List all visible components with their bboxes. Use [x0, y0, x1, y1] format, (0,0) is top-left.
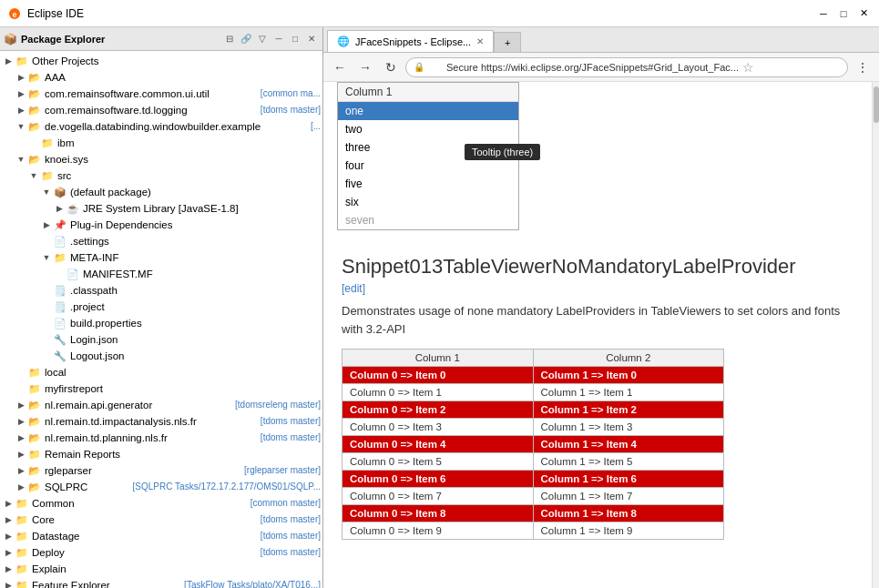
tree-icon: 📁	[15, 578, 29, 588]
tree-item[interactable]: ▶📂rgleparser [rgleparser master]	[0, 462, 322, 479]
back-button[interactable]: ←	[329, 56, 351, 78]
tree-item[interactable]: 🗒️.project	[0, 299, 322, 315]
dropdown-item-four[interactable]: four	[338, 157, 518, 175]
tree-arrow: ▼	[40, 186, 53, 198]
dropdown-item-five[interactable]: five	[338, 175, 518, 193]
tree-item[interactable]: ▶📁Explain	[0, 561, 322, 577]
tree-label: Common	[32, 496, 247, 511]
tree-arrow: ▶	[2, 497, 15, 510]
table-cell-col2: Column 1 => Item 9	[533, 522, 724, 540]
tree-label: Feature Explorer	[32, 578, 180, 588]
tree-item[interactable]: 📄.settings	[0, 233, 322, 249]
browser-tab-active[interactable]: 🌐 JFaceSnippets - Eclipse... ✕	[327, 30, 494, 52]
tree-arrow: ▶	[15, 464, 27, 477]
tree-label: META-INF	[70, 250, 321, 265]
tree-label: Remain Reports	[45, 447, 321, 461]
table-cell-col1: Column 0 => Item 2	[342, 401, 534, 419]
tree-label: MANIFEST.MF	[83, 267, 321, 281]
tree-icon: 📁	[15, 54, 29, 68]
tree-item[interactable]: ▶📌Plug-in Dependencies	[0, 217, 322, 233]
tree-item[interactable]: 🔧Logout.json	[0, 348, 322, 364]
address-field[interactable]: 🔒 Secure https://wiki.eclipse.org/JFaceS…	[405, 57, 848, 77]
tree-tag: [TaskFlow Tasks/plato/XA/T016...]	[184, 578, 321, 588]
tree-item[interactable]: 🔧Login.json	[0, 331, 322, 348]
tree-item[interactable]: ▶📁Feature Explorer [TaskFlow Tasks/plato…	[0, 577, 322, 588]
tree-item[interactable]: ▶📂SQLPRC [SQLPRC Tasks/172.17.2.177/OMS0…	[0, 479, 322, 495]
dropdown-item-seven[interactable]: seven	[338, 211, 518, 229]
tree-item[interactable]: ▶📂com.remainsoftware.common.ui.util [com…	[0, 86, 322, 102]
link-button[interactable]: 🔗	[239, 32, 253, 46]
table-row: Column 0 => Item 2Column 1 => Item 2	[342, 401, 724, 419]
table-row: Column 0 => Item 6Column 1 => Item 6	[342, 471, 724, 488]
tree-item[interactable]: ▶☕JRE System Library [JavaSE-1.8]	[0, 200, 322, 217]
maximize-button[interactable]: □	[835, 5, 852, 22]
tree-item[interactable]: 🗒️.classpath	[0, 282, 322, 299]
collapse-all-button[interactable]: ⊟	[222, 32, 237, 46]
tree-item[interactable]: ▼📁META-INF	[0, 249, 322, 266]
dropdown-item-two[interactable]: two	[338, 120, 518, 138]
tree-icon: 🗒️	[53, 299, 67, 314]
tree-arrow: ▶	[2, 55, 15, 67]
tree-item[interactable]: ▶📁Other Projects	[0, 53, 322, 69]
close-button[interactable]: ✕	[855, 5, 872, 22]
tree-arrow: ▼	[15, 153, 27, 166]
dropdown-item-three[interactable]: three	[338, 138, 518, 157]
browser-menu-button[interactable]: ⋮	[852, 56, 874, 78]
tree-arrow: ▶	[15, 104, 27, 117]
tree-item[interactable]: ▶📂AAA	[0, 69, 322, 86]
new-tab-button[interactable]: +	[494, 32, 521, 52]
browser-tab-bar: 🌐 JFaceSnippets - Eclipse... ✕ +	[323, 27, 879, 53]
table-row: Column 0 => Item 9Column 1 => Item 9	[342, 522, 724, 540]
tree-item[interactable]: ▶📁Core [tdoms master]	[0, 512, 322, 528]
tree-item[interactable]: ▼📂de.vogella.databinding.windowbuilder.e…	[0, 118, 322, 135]
tab-close-button[interactable]: ✕	[476, 36, 484, 46]
tree-item[interactable]: ▶📂nl.remain.td.planning.nls.fr [tdoms ma…	[0, 430, 322, 446]
tree-item[interactable]: ▶📂nl.remain.api.generator [tdomsreleng m…	[0, 397, 322, 413]
tree-arrow: ▶	[15, 481, 27, 493]
tree-label: Login.json	[70, 332, 321, 347]
minimize-button[interactable]: ─	[815, 5, 832, 22]
tree-item[interactable]: ▶📁Remain Reports	[0, 446, 322, 462]
tree-item[interactable]: ▼📦(default package)	[0, 184, 322, 200]
tree-item[interactable]: 📁myfirstreport	[0, 380, 322, 397]
tab-title: JFaceSnippets - Eclipse...	[355, 36, 471, 47]
tree-arrow: ▼	[15, 120, 27, 133]
tree-item[interactable]: ▼📁src	[0, 167, 322, 184]
dropdown-item-six[interactable]: six	[338, 193, 518, 211]
tree-item[interactable]: ▶📁Common [common master]	[0, 495, 322, 512]
tree-tag: [common master]	[250, 496, 321, 511]
tree-icon: 📄	[66, 267, 80, 281]
tree-item[interactable]: ▼📂knoei.sys	[0, 151, 322, 167]
browser-scrollbar[interactable]	[872, 82, 879, 588]
tree-item[interactable]: 📄MANIFEST.MF	[0, 266, 322, 282]
edit-link[interactable]: [edit]	[342, 282, 853, 295]
tree-label: com.remainsoftware.common.ui.util	[45, 86, 257, 101]
view-menu-button[interactable]: ▽	[255, 32, 270, 46]
tree-item[interactable]: 📁ibm	[0, 135, 322, 151]
bookmark-star-icon[interactable]: ☆	[742, 60, 754, 75]
tree-icon: 📂	[27, 414, 42, 429]
tree-tag: [SQLPRC Tasks/172.17.2.177/OMS01/SQLP...	[133, 480, 321, 494]
refresh-button[interactable]: ↻	[380, 56, 402, 78]
tree-item[interactable]: ▶📂nl.remain.td.impactanalysis.nls.fr [td…	[0, 413, 322, 430]
minimize-view-button[interactable]: ─	[271, 32, 286, 46]
tree-arrow: ▶	[15, 71, 27, 84]
tree-icon: 📄	[53, 316, 67, 330]
tab-favicon: 🌐	[337, 35, 350, 47]
tree-item[interactable]: ▶📁Deploy [tdoms master]	[0, 544, 322, 561]
tree-label: SQLPRC	[45, 480, 129, 494]
dropdown-item-one[interactable]: one	[338, 102, 518, 120]
tree-icon: 📂	[27, 398, 42, 412]
maximize-view-button[interactable]: □	[288, 32, 302, 46]
table-cell-col2: Column 1 => Item 5	[533, 453, 724, 471]
scrollbar-thumb[interactable]	[874, 86, 879, 123]
tree-item[interactable]: ▶📂com.remainsoftware.td.logging [tdoms m…	[0, 102, 322, 118]
tree-arrow: ▶	[15, 448, 27, 461]
table-cell-col2: Column 1 => Item 4	[533, 436, 724, 453]
tree-icon: 📁	[27, 365, 42, 380]
tree-item[interactable]: 📄build.properties	[0, 315, 322, 331]
tree-item[interactable]: ▶📁Datastage [tdoms master]	[0, 528, 322, 544]
forward-button[interactable]: →	[354, 56, 376, 78]
close-view-button[interactable]: ✕	[304, 32, 319, 46]
tree-item[interactable]: 📁local	[0, 364, 322, 380]
